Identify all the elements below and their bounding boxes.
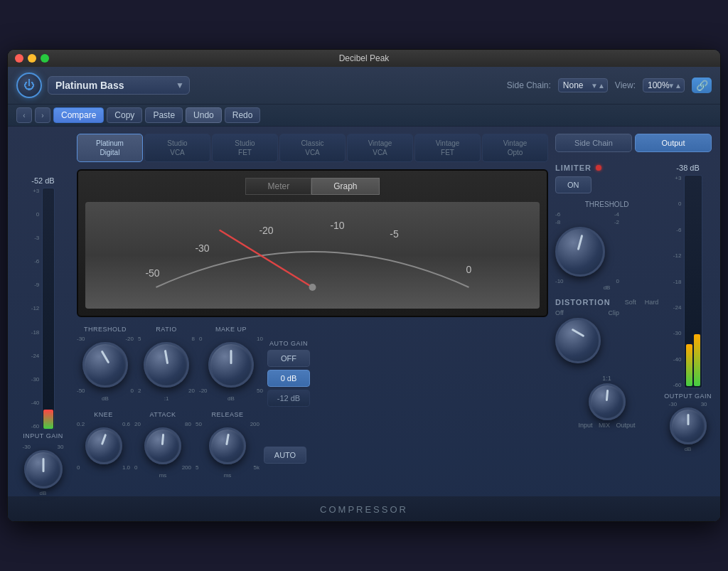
limiter-scale-mid: -8 -2 (555, 219, 619, 225)
output-gain-unit: dB (685, 446, 692, 452)
meter-tab-graph[interactable]: Graph (311, 178, 379, 195)
knee-knob[interactable] (85, 427, 122, 464)
svg-text:0: 0 (466, 264, 472, 275)
power-button[interactable]: ⏻ (16, 73, 42, 98)
tab-platinum-digital[interactable]: PlatinumDigital (77, 134, 143, 162)
attack-scale-bottom: 0 200 (134, 464, 191, 471)
preset-dropdown[interactable]: Platinum Bass (48, 76, 190, 95)
input-db-value: -52 dB (31, 176, 54, 185)
output-meter-ch1 (686, 177, 692, 386)
knee-group: KNEE 0.2 0.6 0 1.0 (77, 411, 130, 471)
power-icon: ⏻ (23, 79, 35, 92)
svg-line-6 (220, 230, 313, 287)
auto-gain-0db-button[interactable]: 0 dB (267, 370, 310, 387)
right-section: Side Chain Output LIMITER ON (555, 134, 712, 496)
back-button[interactable]: ‹ (16, 107, 32, 123)
attack-label: ATTACK (149, 411, 176, 418)
bottom-label: Compressor (320, 504, 408, 515)
mix-group: 1:1 Input MIX Output (555, 375, 658, 429)
view-label: View: (615, 80, 636, 90)
meter-tabs: Meter Graph (85, 178, 540, 195)
auto-gain-label: AUTO GAIN (269, 340, 308, 347)
compare-button[interactable]: Compare (53, 107, 104, 123)
release-scale-top: 50 200 (196, 421, 259, 427)
copy-button[interactable]: Copy (107, 107, 142, 123)
limiter-output-row: LIMITER ON THRESHOLD -6 -4 (555, 164, 712, 452)
output-gain-group: OUTPUT GAIN -30 30 dB (664, 393, 712, 452)
svg-text:-30: -30 (195, 242, 209, 254)
auto-gain-group: AUTO GAIN OFF 0 dB -12 dB (267, 326, 310, 407)
limiter-scale-top: -6 -4 (555, 211, 619, 218)
close-button[interactable] (15, 54, 23, 63)
view-select[interactable]: 100% (643, 78, 685, 92)
release-auto-group: AUTO (264, 411, 306, 464)
tab-studio-vca[interactable]: StudioVCA (144, 134, 210, 162)
output-meter-wrapper: +3 0 -6 -12 -18 -24 -30 -40 -60 (673, 175, 703, 388)
limiter-on-button[interactable]: ON (555, 176, 592, 193)
meter-tab-meter[interactable]: Meter (245, 178, 311, 195)
forward-icon: › (41, 112, 43, 119)
knee-scale-bottom: 0 1.0 (77, 464, 130, 471)
release-knob[interactable] (209, 427, 246, 464)
distortion-section: DISTORTION Soft Hard Off Clip (555, 298, 658, 363)
link-button[interactable]: 🔗 (692, 78, 712, 93)
output-tab[interactable]: Output (635, 134, 712, 152)
auto-gain-off-button[interactable]: OFF (267, 350, 310, 367)
forward-button[interactable]: › (35, 107, 50, 123)
auto-gain-12db-button[interactable]: -12 dB (267, 390, 310, 407)
mix-label: MIX (599, 422, 610, 429)
output-gain-knob[interactable] (670, 407, 707, 444)
side-chain-tab[interactable]: Side Chain (555, 134, 632, 152)
mix-knob[interactable] (589, 383, 626, 420)
minimize-button[interactable] (28, 54, 36, 63)
distortion-type-labels: Soft Hard (625, 299, 659, 306)
maximize-button[interactable] (41, 54, 49, 63)
svg-text:-50: -50 (145, 267, 159, 279)
tab-classic-vca[interactable]: ClassicVCA (279, 134, 346, 162)
input-scale: +3 0 -3 -6 -9 -12 -18 -24 -30 -40 -60 (31, 188, 40, 429)
distortion-off-clip: Off Clip (555, 309, 619, 316)
tab-vintage-vca[interactable]: VintageVCA (347, 134, 413, 162)
release-auto-button[interactable]: AUTO (264, 447, 306, 464)
input-gain-scale: -30 30 (23, 444, 64, 450)
traffic-lights (15, 54, 49, 63)
tab-vintage-opto[interactable]: VintageOpto (482, 134, 548, 162)
title-bar: Decibel Peak (8, 50, 720, 67)
threshold-scale-top: -30 -20 (77, 336, 134, 342)
makeup-group: MAKE UP 0 10 -20 50 dB (199, 326, 263, 402)
link-icon: 🔗 (696, 80, 708, 91)
output-db-value: -38 dB (676, 164, 699, 172)
attack-knob[interactable] (144, 427, 181, 464)
ratio-scale-bottom: 2 20 (138, 388, 195, 394)
distortion-knob[interactable] (555, 318, 601, 363)
plugin-body: -52 dB +3 0 -3 -6 -9 -12 -18 -24 -30 -40… (8, 127, 720, 496)
plugin-rows: -52 dB +3 0 -3 -6 -9 -12 -18 -24 -30 -40… (16, 134, 712, 496)
svg-text:-5: -5 (390, 228, 399, 240)
ratio-knob[interactable] (144, 342, 189, 388)
side-chain-select[interactable]: None (558, 78, 608, 92)
limiter-scale-bottom: -10 0 (555, 278, 619, 284)
side-chain-output-tabs: Side Chain Output (555, 134, 712, 152)
tab-vintage-fet[interactable]: VintageFET (414, 134, 481, 162)
input-gain-unit: dB (40, 490, 47, 496)
makeup-scale-bottom: -20 50 (199, 388, 263, 394)
limiter-threshold-knob[interactable] (555, 227, 605, 277)
bottom-bar: Compressor (8, 496, 720, 521)
tab-studio-fet[interactable]: StudioFET (212, 134, 278, 162)
attack-scale-top: 20 80 (134, 421, 191, 427)
makeup-unit: dB (228, 395, 235, 402)
threshold-knob[interactable] (82, 342, 128, 388)
ratio-scale-top: 5 8 (138, 336, 195, 342)
redo-button[interactable]: Redo (225, 107, 261, 123)
input-gain-knob[interactable] (24, 450, 63, 489)
paste-button[interactable]: Paste (145, 107, 183, 123)
back-icon: ‹ (23, 112, 25, 119)
vu-meter: Meter Graph -50 (77, 169, 548, 317)
release-unit: ms (224, 472, 232, 479)
release-scale-bottom: 5 5k (196, 464, 259, 471)
threshold-label: THRESHOLD (84, 326, 127, 333)
undo-button[interactable]: Undo (186, 107, 222, 123)
limiter-active-dot (596, 165, 601, 171)
threshold-unit: dB (102, 395, 109, 402)
makeup-knob[interactable] (208, 342, 254, 388)
